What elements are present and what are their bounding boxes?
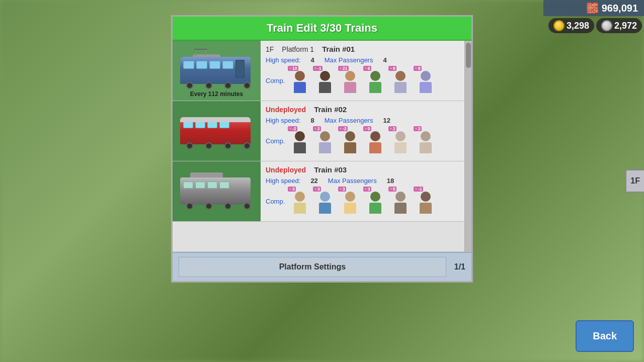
platform-label: Platform 1: [282, 45, 314, 53]
train-header-train03: Undeployed Train #03: [266, 165, 459, 174]
train-image-train02: [173, 101, 261, 161]
train-image-train03: [173, 161, 261, 221]
comp-row-train03: Comp. ♥3 ♥3 ♥3: [266, 187, 459, 216]
every-text-train01: Every 112 minutes: [190, 90, 243, 98]
train-list-container: Every 112 minutes 1F Platform 1 Train #0…: [173, 41, 471, 252]
train-list: Every 112 minutes 1F Platform 1 Train #0…: [173, 41, 464, 252]
train-sprite-gray: [180, 171, 253, 212]
undeployed-status-02: Undeployed: [266, 106, 306, 114]
currency-row: 3,298 2,972: [548, 16, 644, 33]
platform-settings-label: Platform Settings: [279, 262, 346, 271]
every-label-train01: Every 112 minutes: [173, 90, 261, 98]
passenger-slot: ♥-2: [288, 126, 312, 155]
back-button[interactable]: Back: [576, 320, 634, 352]
high-speed-value-02: 8: [310, 117, 314, 124]
scrollbar[interactable]: [464, 41, 471, 252]
comp-label-02: Comp.: [266, 137, 285, 145]
passenger-slot: ♥-1: [313, 66, 337, 95]
main-currency-display: 🧱 969,091: [543, 0, 644, 16]
comp-label-01: Comp.: [266, 77, 285, 84]
gold-currency: 3,298: [548, 18, 594, 33]
gold-coin-icon: [553, 20, 565, 31]
max-pass-value-03: 18: [387, 177, 394, 185]
passenger-slot: ♥6: [363, 66, 387, 95]
train-header-train02: Undeployed Train #02: [266, 105, 459, 114]
stats-row-train03: High speed: 22 Max Passengers 18: [266, 177, 459, 185]
train-number-train01: Train #01: [322, 45, 355, 53]
back-label: Back: [593, 330, 617, 341]
passenger-slots-03: ♥3 ♥3 ♥3 ♥3: [288, 187, 438, 216]
comp-row-train01: Comp. ♥10 ♥-1 ♥21: [266, 66, 459, 95]
page-indicator: 1/1: [454, 262, 465, 272]
hud: 🧱 969,091 3,298 2,972: [543, 0, 644, 33]
train-number-train03: Train #03: [314, 165, 347, 174]
train-row[interactable]: Undeployed Train #02 High speed: 8 Max P…: [173, 101, 464, 161]
undeployed-status-03: Undeployed: [266, 166, 306, 174]
passenger-slot: ♥3: [288, 187, 312, 216]
passenger-slot: ♥2: [313, 126, 337, 155]
passenger-slots-01: ♥10 ♥-1 ♥21: [288, 66, 438, 95]
main-currency-value: 969,091: [602, 3, 638, 14]
max-pass-value-01: 4: [383, 56, 386, 64]
passenger-slot: ♥5: [388, 187, 413, 216]
comp-row-train02: Comp. ♥-2 ♥2 ♥-2: [266, 126, 459, 155]
train-info-train02: Undeployed Train #02 High speed: 8 Max P…: [261, 101, 464, 161]
passenger-slot: ♥3: [363, 187, 387, 216]
max-pass-value-02: 12: [383, 117, 390, 124]
train-sprite-blue: [180, 51, 253, 91]
train-platform-label: 1F: [266, 45, 274, 53]
train-info-train03: Undeployed Train #03 High speed: 22 Max …: [261, 161, 464, 221]
max-pass-label-02: Max Passengers: [325, 117, 373, 124]
brick-icon: 🧱: [586, 2, 599, 14]
high-speed-label-03: High speed:: [266, 177, 300, 185]
passenger-slots-02: ♥-2 ♥2 ♥-2: [288, 126, 438, 155]
panel-header: Train Edit 3/30 Trains: [173, 17, 471, 41]
passenger-slot: ♥-1: [414, 187, 438, 216]
floor-side-button[interactable]: 1F: [625, 169, 644, 193]
train-header-train01: 1F Platform 1 Train #01: [266, 45, 459, 53]
passenger-slot: ♥2: [414, 126, 438, 155]
silver-coin-icon: [601, 20, 612, 31]
passenger-slot: ♥0: [363, 126, 387, 155]
silver-currency: 2,972: [596, 18, 642, 33]
scrollbar-handle[interactable]: [466, 43, 471, 68]
max-pass-label-03: Max Passengers: [328, 177, 377, 185]
passenger-slot: ♥3: [313, 187, 337, 216]
high-speed-value-01: 4: [310, 56, 314, 64]
passenger-slot: ♥2: [388, 126, 413, 155]
train-image-train01: Every 112 minutes: [173, 41, 261, 101]
gold-value: 3,298: [567, 21, 589, 31]
max-pass-label-01: Max Passengers: [325, 56, 373, 64]
platform-settings-button[interactable]: Platform Settings: [179, 257, 446, 277]
high-speed-label-02: High speed:: [266, 117, 300, 124]
stats-row-train02: High speed: 8 Max Passengers 12: [266, 117, 459, 124]
high-speed-value-03: 22: [310, 177, 317, 185]
comp-label-03: Comp.: [266, 198, 285, 205]
train-edit-panel: Train Edit 3/30 Trains: [171, 15, 473, 283]
bottom-bar: Platform Settings 1/1: [173, 252, 471, 281]
high-speed-label-01: High speed:: [266, 56, 300, 64]
stats-row-train01: High speed: 4 Max Passengers 4: [266, 56, 459, 64]
passenger-slot: ♥3: [338, 187, 362, 216]
floor-label: 1F: [630, 176, 640, 185]
train-number-train02: Train #02: [314, 105, 347, 114]
passenger-slot: ♥21: [338, 66, 362, 95]
train-row[interactable]: Undeployed Train #03 High speed: 22 Max …: [173, 161, 464, 222]
train-sprite-red: [180, 111, 253, 151]
silver-value: 2,972: [614, 21, 637, 31]
panel-title: Train Edit 3/30 Trains: [267, 22, 377, 34]
passenger-slot: ♥8: [414, 66, 438, 95]
passenger-slot: ♥8: [388, 66, 413, 95]
train-row[interactable]: Every 112 minutes 1F Platform 1 Train #0…: [173, 41, 464, 101]
passenger-slot: ♥-2: [338, 126, 362, 155]
train-info-train01: 1F Platform 1 Train #01 High speed: 4 Ma…: [261, 41, 464, 101]
passenger-slot: ♥10: [288, 66, 312, 95]
empty-train-row: [173, 222, 464, 252]
